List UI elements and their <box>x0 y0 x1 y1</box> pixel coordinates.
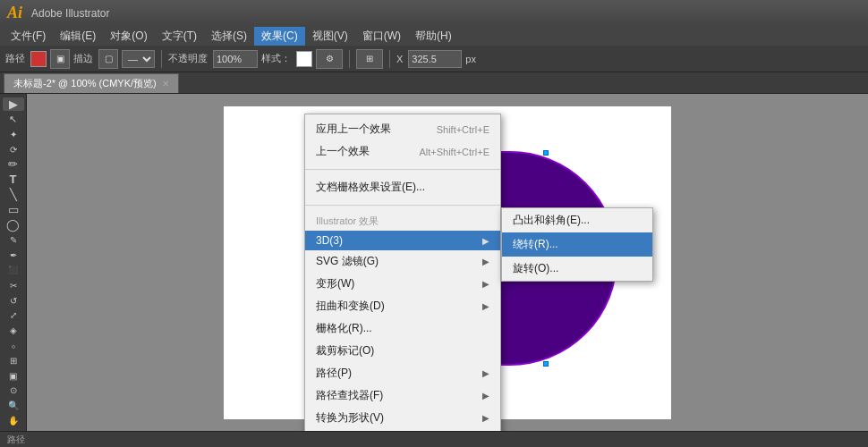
rect-tool-btn[interactable]: ▭ <box>3 203 24 216</box>
anchor-bottom[interactable] <box>543 361 549 367</box>
rasterize-action[interactable]: 栅格化(R)... <box>305 317 500 340</box>
select-tool-btn[interactable]: ▶ <box>3 97 24 111</box>
fill-color-swatch[interactable] <box>30 51 47 67</box>
opacity-input[interactable] <box>213 50 258 68</box>
menu-bar: 文件(F) 编辑(E) 对象(O) 文字(T) 选择(S) 效果(C) 视图(V… <box>0 26 868 46</box>
revolve-action[interactable]: 绕转(R)... <box>502 232 652 257</box>
type-tool-btn[interactable]: T <box>3 173 24 186</box>
last-effect[interactable]: 上一个效果 Alt+Shift+Ctrl+E <box>305 140 500 163</box>
tab-bar: 未标题-2* @ 100% (CMYK/预览) ✕ <box>0 72 868 94</box>
menu-effect[interactable]: 效果(C) <box>254 27 305 46</box>
submenu-arrow-3d: ▶ <box>482 236 489 246</box>
opacity-label: 不透明度 <box>168 52 208 65</box>
apply-last-effect[interactable]: 应用上一个效果 Shift+Ctrl+E <box>305 118 500 140</box>
menu-select[interactable]: 选择(S) <box>204 27 254 46</box>
menu-edit[interactable]: 编辑(E) <box>53 27 103 46</box>
menu-window[interactable]: 窗口(W) <box>355 27 408 46</box>
titlebar: Ai Adobe Illustrator <box>0 0 868 26</box>
doc-raster-settings[interactable]: 文档栅格效果设置(E)... <box>305 176 500 198</box>
divider-2 <box>305 205 500 206</box>
eyedropper-tool-btn[interactable]: ⊙ <box>3 384 24 398</box>
left-toolbar: ▶ ↖ ✦ ⟳ ✏ T ╲ ▭ ◯ ✎ ✒ ⬛ ✂ ↺ ⤢ ◈ ⬦ ⊞ ▣ ⊙ … <box>0 94 27 431</box>
anchor-top[interactable] <box>543 150 549 156</box>
menu-view[interactable]: 视图(V) <box>305 27 355 46</box>
separator-1 <box>161 50 162 68</box>
x-label: X <box>396 54 403 64</box>
submenu-arrow-convert: ▶ <box>482 413 489 423</box>
pathfinder-submenu[interactable]: 路径查找器(F) ▶ <box>305 384 500 407</box>
status-bar: 路径 <box>0 431 868 447</box>
warp-tool-btn[interactable]: ◈ <box>3 324 24 337</box>
gradient-tool-btn[interactable]: ▣ <box>3 369 24 383</box>
extrude-bevel-action[interactable]: 凸出和斜角(E)... <box>502 208 652 232</box>
style-swatch[interactable] <box>296 51 312 67</box>
effect-menu-illustrator: Illustrator 效果 3D(3) ▶ SVG 滤镜(G) ▶ 变形(W)… <box>305 208 500 431</box>
pencil-tool-btn[interactable]: ✒ <box>3 249 24 262</box>
scale-tool-btn[interactable]: ⤢ <box>3 309 24 323</box>
separator-2 <box>349 50 350 68</box>
menu-file[interactable]: 文件(F) <box>4 27 53 46</box>
effect-menu[interactable]: 应用上一个效果 Shift+Ctrl+E 上一个效果 Alt+Shift+Ctr… <box>304 114 501 431</box>
submenu-arrow-pathfinder: ▶ <box>482 391 489 401</box>
separator-3 <box>389 50 390 68</box>
menu-object[interactable]: 对象(O) <box>103 27 154 46</box>
paintbrush-tool-btn[interactable]: ✎ <box>3 233 24 247</box>
canvas-area: 应用上一个效果 Shift+Ctrl+E 上一个效果 Alt+Shift+Ctr… <box>27 94 868 431</box>
fill-icon[interactable]: ▣ <box>50 49 70 69</box>
app-logo: Ai <box>7 4 22 22</box>
warp-submenu[interactable]: 变形(W) ▶ <box>305 273 500 295</box>
rotate-tool-btn[interactable]: ↺ <box>3 294 24 308</box>
distort-transform-submenu[interactable]: 扭曲和变换(D) ▶ <box>305 295 500 317</box>
3d-submenu[interactable]: 3D(3) ▶ <box>305 231 500 250</box>
illustrator-effects-title: Illustrator 效果 <box>305 212 500 231</box>
stroke-label: 描边 <box>73 52 93 65</box>
stroke-icon[interactable]: ▢ <box>98 49 118 69</box>
x-unit: px <box>465 54 476 64</box>
style-settings-icon[interactable]: ⚙ <box>316 49 343 69</box>
document-tab[interactable]: 未标题-2* @ 100% (CMYK/预览) ✕ <box>4 73 179 93</box>
arrange-icon[interactable]: ⊞ <box>356 49 383 69</box>
style-label: 样式： <box>261 52 291 65</box>
eraser-tool-btn[interactable]: ✂ <box>3 279 24 292</box>
x-input[interactable] <box>408 50 462 68</box>
convert-shape-submenu[interactable]: 转换为形状(V) ▶ <box>305 407 500 429</box>
stroke-select[interactable]: — <box>122 50 155 68</box>
svg-filter-submenu[interactable]: SVG 滤镜(G) ▶ <box>305 250 500 273</box>
submenu-arrow-path: ▶ <box>482 368 489 378</box>
ellipse-tool-btn[interactable]: ◯ <box>3 218 24 232</box>
fill-tool-btn[interactable]: ⬦ <box>3 339 24 352</box>
main-area: ▶ ↖ ✦ ⟳ ✏ T ╲ ▭ ◯ ✎ ✒ ⬛ ✂ ↺ ⤢ ◈ ⬦ ⊞ ▣ ⊙ … <box>0 94 868 431</box>
hand-tool-btn[interactable]: ✋ <box>3 414 24 427</box>
tab-close-btn[interactable]: ✕ <box>162 79 169 89</box>
toolbar: 路径 ▣ 描边 ▢ — 不透明度 样式： ⚙ ⊞ X px <box>0 46 868 72</box>
3d-submenu-panel[interactable]: 凸出和斜角(E)... 绕转(R)... 旋转(O)... <box>501 207 653 282</box>
submenu-arrow-svg: ▶ <box>482 257 489 266</box>
tab-label: 未标题-2* @ 100% (CMYK/预览) <box>13 77 157 90</box>
blob-brush-tool-btn[interactable]: ⬛ <box>3 264 24 277</box>
pen-tool-btn[interactable]: ✏ <box>3 157 24 171</box>
menu-text[interactable]: 文字(T) <box>155 27 204 46</box>
path-submenu[interactable]: 路径(P) ▶ <box>305 362 500 384</box>
mesh-tool-btn[interactable]: ⊞ <box>3 354 24 367</box>
submenu-arrow-distort: ▶ <box>482 301 489 311</box>
divider-1 <box>305 169 500 170</box>
lasso-tool-btn[interactable]: ⟳ <box>3 143 24 156</box>
submenu-arrow-warp: ▶ <box>482 279 489 289</box>
effect-menu-section-2: 文档栅格效果设置(E)... <box>305 173 500 202</box>
menu-help[interactable]: 帮助(H) <box>408 27 459 46</box>
direct-select-tool-btn[interactable]: ↖ <box>3 113 24 126</box>
rotate-3d-action[interactable]: 旋转(O)... <box>502 257 652 281</box>
zoom-tool-btn[interactable]: 🔍 <box>3 399 24 412</box>
effect-menu-section-1: 应用上一个效果 Shift+Ctrl+E 上一个效果 Alt+Shift+Ctr… <box>305 114 500 166</box>
line-tool-btn[interactable]: ╲ <box>3 188 24 201</box>
path-label: 路径 <box>5 52 25 65</box>
status-text: 路径 <box>7 434 25 446</box>
magic-wand-tool-btn[interactable]: ✦ <box>3 128 24 141</box>
title-text: Adobe Illustrator <box>31 7 109 20</box>
stylize-ai-submenu[interactable]: 风格化(S) ▶ <box>305 429 500 431</box>
crop-marks-action[interactable]: 裁剪标记(O) <box>305 340 500 362</box>
